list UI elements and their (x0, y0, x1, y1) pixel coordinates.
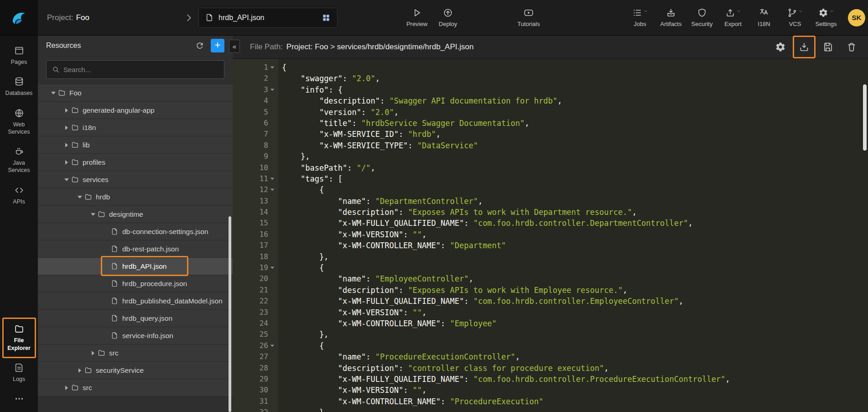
wavemaker-logo[interactable] (0, 0, 38, 35)
code-line: "description": "Exposes APIs to work wit… (282, 285, 868, 296)
sidebar-item-label: Databases (3, 89, 35, 97)
gutter-line: 11 (233, 173, 278, 184)
tree-item-db-rest-patch.json[interactable]: db-rest-patch.json (38, 240, 233, 258)
shield-icon (697, 8, 707, 18)
expand-arrow-icon[interactable] (62, 143, 71, 147)
editor-toolbar-actions (769, 42, 863, 52)
tree-item-profiles[interactable]: profiles (38, 154, 233, 171)
editor-toolbar: « File Path:Project: Foo > services/hrdb… (233, 36, 868, 59)
expand-arrow-icon[interactable] (75, 368, 84, 373)
delete-button[interactable] (846, 42, 857, 52)
grid-icon[interactable] (322, 13, 331, 22)
editor-code[interactable]: { "swagger": "2.0", "info": { "descripti… (278, 59, 868, 412)
sidebar-item-apis[interactable]: APIs (2, 182, 36, 209)
expand-arrow-icon[interactable] (62, 125, 71, 130)
gutter-line: 5 (233, 107, 278, 118)
gutter-line: 23 (233, 307, 278, 318)
tree-item-securityService[interactable]: securityService (38, 362, 233, 379)
tree-item-generated-angular-app[interactable]: generated-angular-app (38, 102, 233, 119)
code-line: "name": "EmployeeController", (282, 273, 868, 284)
search-input[interactable] (63, 66, 218, 73)
tree-item-src[interactable]: src (38, 379, 233, 396)
tree-item-service-info.json[interactable]: service-info.json (38, 327, 233, 344)
expand-arrow-icon[interactable] (62, 386, 71, 390)
collapse-arrow-icon[interactable] (88, 213, 98, 216)
resources-title: Resources (46, 42, 189, 50)
refresh-icon (195, 41, 204, 50)
chevron-right-icon[interactable] (184, 13, 194, 23)
editor-gutter: 1234567891011121314151617181920212223242… (233, 59, 278, 412)
gutter-line: 25 (233, 329, 278, 340)
code-line: "x-WM-SERVICE_TYPE": "DataService" (282, 140, 868, 151)
gutter-line: 20 (233, 273, 278, 284)
nav-i18n[interactable]: I18N (753, 8, 775, 27)
add-resource-button[interactable]: + (211, 39, 224, 52)
tree-item-services[interactable]: services (38, 171, 233, 188)
code-line: "x-WM-VERSION": "", (282, 307, 868, 318)
sidebar-item-pages[interactable]: Pages (2, 42, 36, 69)
tree-item-hrdb_API.json[interactable]: hrdb_API.json (38, 258, 233, 275)
tree-item-Foo[interactable]: Foo (38, 84, 233, 102)
tree-item-designtime[interactable]: designtime (38, 206, 233, 223)
expand-arrow-icon[interactable] (62, 160, 71, 165)
nav-settings[interactable]: Settings (815, 8, 837, 27)
code-line: "x-WM-SERVICE_ID": "hrdb", (282, 129, 868, 140)
collapse-arrow-icon[interactable] (62, 178, 71, 181)
collapse-arrow-icon[interactable] (49, 92, 58, 94)
editor-scrollbar[interactable] (863, 84, 867, 151)
sidebar-item-logs[interactable]: Logs (2, 359, 36, 386)
expand-arrow-icon[interactable] (88, 351, 98, 355)
fold-toggle-icon[interactable] (268, 188, 276, 191)
play-icon (412, 8, 422, 18)
download-button[interactable] (799, 42, 810, 52)
fold-toggle-icon[interactable] (268, 66, 276, 69)
collapse-panel-button[interactable]: « (229, 40, 240, 53)
search-icon (52, 66, 60, 73)
resources-header: Resources + (38, 36, 233, 56)
tree-item-hrdb_procedure.json[interactable]: hrdb_procedure.json (38, 275, 233, 292)
tree-item-src[interactable]: src (38, 344, 233, 362)
settings-button[interactable] (775, 42, 786, 52)
tree-item-hrdb[interactable]: hrdb (38, 188, 233, 206)
tree-item-i18n[interactable]: i18n (38, 119, 233, 136)
nav-artifacts[interactable]: Artifacts (660, 8, 682, 27)
code-line: "x-WM-FULLY_QUALIFIED_NAME": "com.foo.hr… (282, 374, 868, 385)
gutter-line: 22 (233, 296, 278, 307)
logs-icon (14, 363, 24, 373)
file-tab[interactable]: hrdb_API.json (198, 8, 338, 28)
nav-deploy[interactable]: Deploy (437, 8, 459, 27)
sidebar-item-java-services[interactable]: Java Services (2, 143, 36, 178)
nav-preview[interactable]: Preview (405, 8, 428, 27)
nav-security[interactable]: Security (691, 8, 713, 27)
gutter-line: 13 (233, 196, 278, 207)
tree-item-hrdb_query.json[interactable]: hrdb_query.json (38, 310, 233, 327)
collapse-arrow-icon[interactable] (75, 196, 84, 198)
gutter-line: 17 (233, 240, 278, 251)
nav-jobs[interactable]: Jobs (629, 8, 651, 27)
fold-toggle-icon[interactable] (268, 177, 276, 180)
nav-label: Settings (816, 21, 837, 27)
tree-item-db-connection-settings.json[interactable]: db-connection-settings.json (38, 223, 233, 240)
tree-item-lib[interactable]: lib (38, 136, 233, 154)
nav-tutorials[interactable]: Tutorials (517, 8, 540, 27)
sidebar-item-label: Logs (3, 375, 35, 383)
nav-vcs[interactable]: VCS (784, 8, 806, 27)
fold-toggle-icon[interactable] (268, 266, 276, 269)
gutter-line: 9 (233, 151, 278, 162)
fold-toggle-icon[interactable] (268, 89, 276, 91)
expand-arrow-icon[interactable] (62, 108, 71, 113)
sidebar-item-web-services[interactable]: Web Services (2, 104, 36, 140)
sidebar-item-file-explorer[interactable]: File Explorer (2, 320, 36, 355)
tree-item-hrdb_published_dataModel.json[interactable]: hrdb_published_dataModel.json (38, 292, 233, 310)
refresh-button[interactable] (195, 41, 204, 50)
nav-export[interactable]: Export (722, 8, 744, 27)
resources-scrollbar[interactable] (229, 216, 231, 412)
youtube-icon (524, 8, 534, 18)
sidebar-item-databases[interactable]: Databases (2, 73, 36, 100)
sidebar-item-more[interactable] (2, 390, 36, 407)
fold-toggle-icon[interactable] (268, 344, 276, 347)
chevron-down-icon (798, 9, 803, 14)
save-button[interactable] (822, 42, 833, 52)
user-avatar[interactable]: SK (848, 9, 865, 26)
nav-label: Security (691, 21, 713, 27)
